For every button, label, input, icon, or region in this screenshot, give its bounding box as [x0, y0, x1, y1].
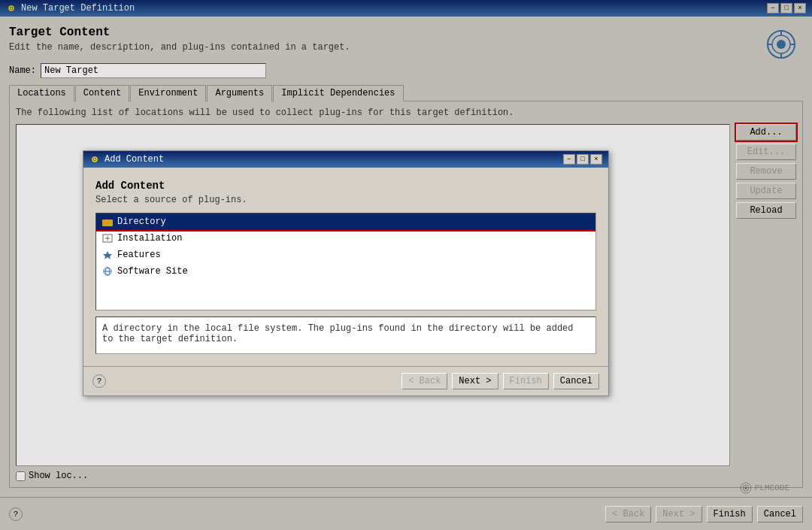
dialog-gear-icon: [89, 154, 100, 165]
software-site-label: Software Site: [117, 266, 188, 277]
dialog-title-bar: Add Content − □ ×: [83, 151, 608, 168]
site-icon: [102, 266, 113, 277]
dialog-finish-button[interactable]: Finish: [503, 373, 549, 389]
dialog-cancel-button[interactable]: Cancel: [553, 373, 599, 389]
dialog-next-button[interactable]: Next >: [452, 373, 498, 389]
dialog-minimize-button[interactable]: −: [563, 154, 575, 165]
dialog-subheading: Select a source of plug-ins.: [95, 195, 596, 205]
dialog-maximize-button[interactable]: □: [577, 154, 589, 165]
svg-marker-17: [103, 251, 112, 259]
main-window: New Target Definition − □ × Target Conte…: [0, 0, 812, 530]
dialog-back-button[interactable]: < Back: [401, 373, 447, 389]
list-item-features[interactable]: Features: [96, 247, 595, 263]
dialog-body: Add Content Select a source of plug-ins.: [83, 168, 608, 366]
features-label: Features: [117, 250, 161, 260]
folder-icon: [102, 217, 113, 227]
dialog-description: A directory in the local file system. Th…: [95, 316, 596, 354]
dialog-footer: ? < Back Next > Finish Cancel: [83, 366, 608, 395]
list-item-installation[interactable]: Installation: [96, 230, 595, 247]
dialog-footer-buttons: < Back Next > Finish Cancel: [401, 373, 599, 389]
dialog-source-list[interactable]: Directory Installation: [95, 213, 596, 310]
install-icon: [102, 233, 113, 244]
installation-label: Installation: [117, 233, 182, 244]
add-content-dialog: Add Content − □ × Add Content Select a s…: [83, 150, 609, 396]
dialog-title-label: Add Content: [105, 154, 164, 165]
dialog-close-button[interactable]: ×: [590, 154, 602, 165]
svg-point-23: [744, 486, 747, 489]
svg-point-10: [94, 159, 96, 161]
list-item-software-site[interactable]: Software Site: [96, 263, 595, 280]
list-item-directory[interactable]: Directory: [96, 214, 595, 230]
watermark: PLMCODE: [740, 482, 789, 494]
modal-overlay: Add Content − □ × Add Content Select a s…: [0, 0, 812, 530]
dialog-heading: Add Content: [95, 180, 596, 192]
dialog-title-left: Add Content: [89, 154, 164, 165]
dialog-help-button[interactable]: ?: [92, 374, 106, 388]
watermark-text: PLMCODE: [755, 483, 789, 492]
svg-rect-12: [102, 220, 107, 222]
directory-label: Directory: [117, 217, 166, 227]
dialog-controls: − □ ×: [563, 154, 602, 165]
feature-icon: [102, 250, 113, 260]
